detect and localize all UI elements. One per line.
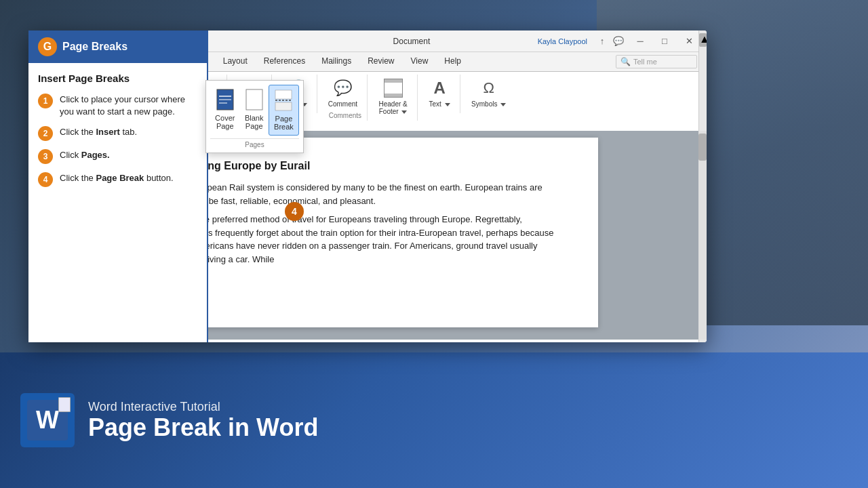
window-controls: ─ □ ✕: [628, 30, 701, 52]
document-title: Exploring Europe by Eurail: [171, 158, 564, 174]
comments-group-label: Comments: [329, 112, 361, 121]
step-num-4: 4: [38, 172, 53, 187]
step-item-3: 3 Click Pages.: [38, 149, 197, 164]
comment-button[interactable]: 💬 Comment: [324, 75, 361, 110]
document-para-1[interactable]: The European Rail system is considered b…: [171, 181, 564, 207]
blank-page-icon: [245, 89, 263, 112]
step-item-4: 4 Click the Page Break button.: [38, 172, 197, 187]
svg-rect-13: [275, 90, 292, 99]
sidebar-title: Page Breaks: [62, 41, 127, 53]
word-letter: W: [36, 408, 59, 432]
step-num-3: 3: [38, 149, 53, 164]
vertical-scrollbar[interactable]: [698, 131, 707, 340]
window-title: Document: [285, 37, 537, 46]
ribbon-scroll-up[interactable]: ▲: [699, 33, 707, 47]
step-text-4: Click the Page Break button.: [60, 172, 174, 184]
bottom-title: Page Break in Word: [88, 414, 318, 441]
pages-dropdown-row: Cover Page Blank Page Page Break: [210, 85, 299, 136]
tab-layout[interactable]: Layout: [215, 52, 256, 71]
tutorial-sidebar: G Page Breaks Insert Page Breaks 1 Click…: [28, 30, 208, 342]
sidebar-header: G Page Breaks: [28, 30, 207, 63]
comment-label: Comment: [328, 100, 357, 108]
step4-num: 4: [292, 206, 297, 217]
word-doc-icon: [58, 397, 71, 412]
tab-help[interactable]: Help: [436, 52, 469, 71]
bottom-text: Word Interactive Tutorial Page Break in …: [88, 400, 318, 441]
comments-icon[interactable]: 💬: [612, 35, 625, 48]
step-item-1: 1 Click to place your cursor where you w…: [38, 94, 197, 118]
symbols-button[interactable]: Ω Symbols: [467, 75, 510, 110]
close-button[interactable]: ✕: [677, 30, 701, 52]
symbols-icon: Ω: [478, 77, 500, 99]
blank-page-item[interactable]: Blank Page: [240, 85, 269, 136]
symbols-label: Symbols: [471, 100, 506, 108]
comments-group-items: 💬 Comment: [324, 75, 361, 110]
sidebar-heading: Insert Page Breaks: [38, 73, 197, 84]
share-icon[interactable]: ↑: [595, 35, 609, 48]
symbols-group-items: Ω Symbols: [467, 75, 510, 110]
tab-references[interactable]: References: [256, 52, 313, 71]
search-icon: 🔍: [620, 57, 631, 66]
cover-page-item[interactable]: Cover Page: [210, 85, 240, 136]
maximize-button[interactable]: □: [652, 30, 677, 52]
tab-view[interactable]: View: [403, 52, 437, 71]
text-group-items: A Text: [425, 75, 454, 110]
step-text-3: Click Pages.: [60, 149, 110, 161]
cover-page-label: Cover Page: [213, 114, 237, 130]
tell-me-label[interactable]: Tell me: [633, 58, 657, 66]
header-footer-label: Header &Footer: [378, 100, 407, 115]
sidebar-body: Insert Page Breaks 1 Click to place your…: [28, 63, 207, 342]
ribbon-group-header-footer: Header &Footer: [369, 75, 418, 121]
step4-bubble: 4: [285, 202, 304, 221]
bottom-subtitle: Word Interactive Tutorial: [88, 400, 318, 414]
svg-rect-12: [246, 89, 262, 110]
header-footer-icon: [384, 79, 403, 98]
svg-rect-11: [219, 102, 227, 104]
step-text-2: Click the Insert tab.: [60, 126, 137, 138]
word-logo: W: [20, 393, 75, 447]
svg-rect-9: [219, 96, 231, 97]
ribbon-group-symbols: Ω Symbols: [462, 75, 515, 113]
text-label: Text: [429, 100, 450, 108]
cover-page-icon: [216, 89, 234, 112]
page-break-label: Page Break: [272, 115, 296, 131]
step4-indicator: 4: [285, 202, 304, 221]
user-name: Kayla Claypool: [538, 37, 587, 45]
text-button[interactable]: A Text: [425, 75, 454, 110]
hf-group-items: Header &Footer: [374, 75, 411, 118]
page-break-icon: [275, 89, 292, 113]
tab-review[interactable]: Review: [359, 52, 402, 71]
comment-icon: 💬: [332, 77, 353, 99]
document-para-2[interactable]: Rail is the preferred method of travel f…: [171, 213, 564, 266]
svg-rect-10: [219, 99, 231, 100]
tab-mailings[interactable]: Mailings: [313, 52, 359, 71]
ribbon-group-comments: 💬 Comment Comments: [319, 75, 368, 121]
header-footer-button[interactable]: Header &Footer: [374, 75, 411, 118]
ribbon-group-text: A Text: [419, 75, 460, 113]
page-break-item[interactable]: Page Break: [269, 85, 299, 136]
pages-group-label: Pages: [210, 138, 299, 148]
bottom-overlay: W Word Interactive Tutorial Page Break i…: [0, 352, 868, 488]
step-item-2: 2 Click the Insert tab.: [38, 126, 197, 141]
pages-dropdown: Cover Page Blank Page Page Break Pages: [205, 80, 304, 153]
sidebar-logo: G: [38, 37, 57, 56]
step-num-2: 2: [38, 126, 53, 141]
text-icon: A: [429, 77, 450, 99]
step-text-1: Click to place your cursor where you wan…: [60, 94, 197, 118]
scrollbar-thumb[interactable]: [698, 134, 707, 161]
blank-page-label: Blank Page: [243, 114, 266, 130]
minimize-button[interactable]: ─: [628, 30, 652, 52]
step-num-1: 1: [38, 94, 53, 108]
svg-rect-15: [275, 102, 292, 110]
